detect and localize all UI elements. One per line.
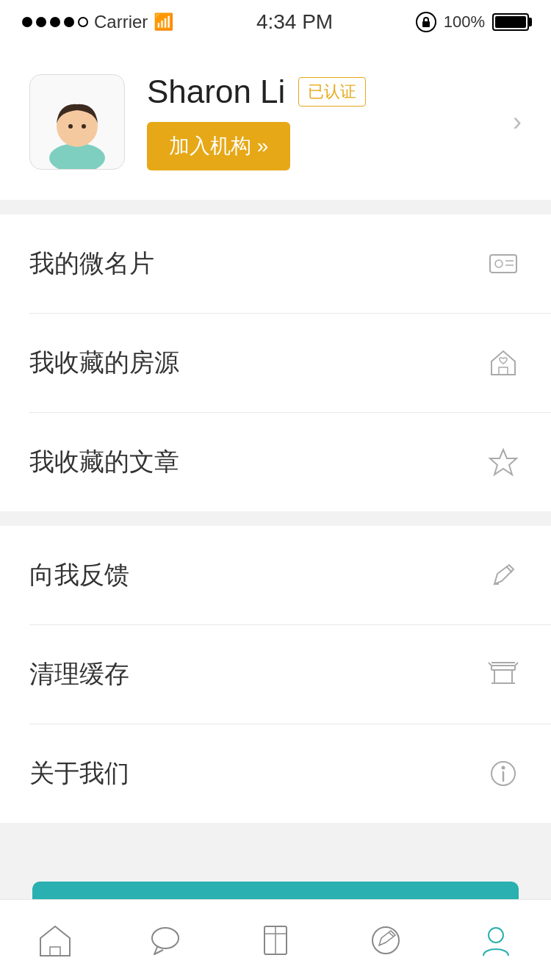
nav-item-home[interactable]	[0, 900, 110, 980]
signal-dot-4	[64, 17, 74, 27]
svg-point-26	[372, 927, 399, 954]
menu-item-saved-houses[interactable]: 我收藏的房源	[0, 314, 551, 412]
menu-item-label: 清理缓存	[29, 657, 129, 691]
menu-item-feedback[interactable]: 向我反馈	[0, 526, 551, 624]
nav-item-bookmark[interactable]	[220, 900, 331, 980]
menu-item-about-us[interactable]: 关于我们	[0, 724, 551, 823]
section-divider-4	[0, 837, 551, 852]
archive-icon	[485, 656, 522, 693]
profile-name: Sharon Li	[147, 73, 285, 110]
menu-item-saved-articles[interactable]: 我收藏的文章	[0, 413, 551, 511]
svg-marker-9	[490, 450, 516, 475]
card-icon	[485, 245, 522, 282]
svg-line-15	[489, 663, 491, 666]
section-divider-1	[0, 200, 551, 215]
svg-rect-5	[490, 255, 516, 273]
svg-point-20	[503, 767, 505, 769]
carrier-label: Carrier	[94, 12, 148, 32]
svg-point-4	[82, 124, 86, 129]
pencil-icon	[485, 557, 522, 594]
status-bar: Carrier 📶 4:34 PM 100%	[0, 0, 551, 44]
profile-name-row: Sharon Li 已认证	[147, 73, 366, 110]
verified-badge: 已认证	[298, 77, 366, 107]
menu-item-label: 向我反馈	[29, 558, 129, 592]
info-icon	[485, 755, 522, 792]
status-right: 100%	[416, 12, 529, 32]
avatar	[29, 74, 125, 170]
signal-dot-5	[78, 17, 88, 27]
section-divider-3	[0, 823, 551, 837]
signal-dot-1	[22, 17, 32, 27]
status-time: 4:34 PM	[256, 10, 333, 34]
signal-dot-3	[50, 17, 60, 27]
signal-dot-2	[36, 17, 46, 27]
menu-item-business-card[interactable]: 我的微名片	[0, 215, 551, 313]
profile-chevron-icon: ›	[513, 107, 522, 137]
menu-item-label: 我收藏的房源	[29, 346, 179, 380]
svg-point-22	[152, 928, 179, 948]
bottom-nav	[0, 899, 551, 980]
svg-point-3	[68, 124, 73, 129]
svg-point-1	[49, 143, 105, 169]
join-org-button[interactable]: 加入机构 »	[147, 122, 290, 170]
profile-left: Sharon Li 已认证 加入机构 »	[29, 73, 366, 170]
heart-home-icon	[485, 345, 522, 381]
wifi-icon: 📶	[154, 12, 173, 32]
nav-item-chat[interactable]	[110, 900, 220, 980]
menu-item-label: 我的微名片	[29, 247, 154, 281]
signal-dots	[22, 17, 88, 27]
lock-icon	[416, 12, 436, 32]
battery-percent: 100%	[444, 12, 485, 32]
menu-item-clear-cache[interactable]: 清理缓存	[0, 625, 551, 724]
svg-rect-0	[422, 21, 430, 27]
status-left: Carrier 📶	[22, 12, 173, 32]
nav-item-edit[interactable]	[331, 900, 441, 980]
menu-item-label: 关于我们	[29, 757, 129, 790]
menu-section-2: 向我反馈 清理缓存 关于我们	[0, 526, 551, 823]
menu-section-1: 我的微名片 我收藏的房源 我收藏的文章	[0, 215, 551, 511]
svg-point-28	[489, 928, 503, 943]
svg-line-16	[515, 663, 518, 666]
section-divider-2	[0, 511, 551, 526]
svg-rect-13	[494, 670, 512, 683]
profile-section[interactable]: Sharon Li 已认证 加入机构 » ›	[0, 44, 551, 200]
nav-item-profile[interactable]	[441, 900, 551, 980]
star-icon	[485, 444, 522, 480]
svg-point-6	[495, 260, 503, 267]
profile-info: Sharon Li 已认证 加入机构 »	[147, 73, 366, 170]
svg-rect-21	[50, 947, 60, 956]
battery-icon	[492, 13, 529, 31]
menu-item-label: 我收藏的文章	[29, 445, 179, 479]
